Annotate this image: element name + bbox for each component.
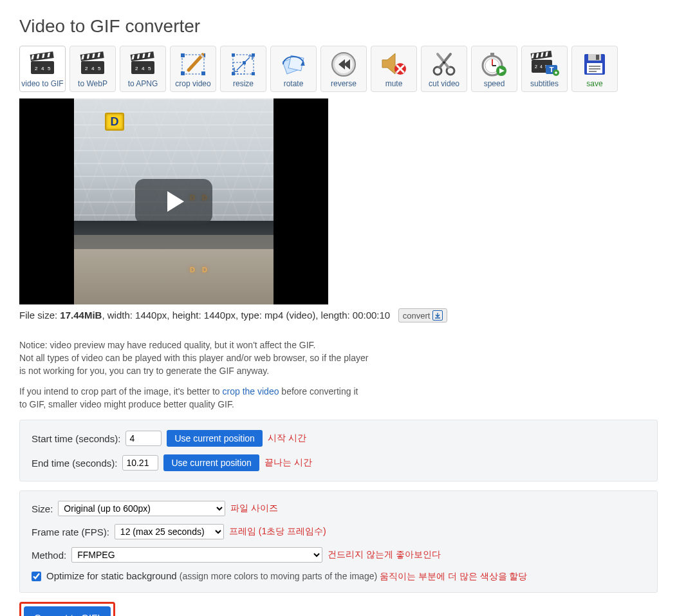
convert-small-button[interactable]: convert [398, 308, 448, 322]
method-label: Method: [32, 550, 66, 561]
svg-rect-68 [589, 68, 600, 70]
download-icon [432, 310, 443, 321]
use-current-start-button[interactable]: Use current position [167, 430, 263, 447]
svg-rect-40 [288, 55, 304, 71]
size-select[interactable]: Original (up to 600px) [58, 501, 225, 516]
svg-rect-65 [596, 55, 599, 60]
tool-label: crop video [175, 79, 210, 88]
notice-text: If you intend to crop part of the image,… [19, 386, 223, 397]
crop-video-link[interactable]: crop the video [223, 386, 279, 397]
notice-line: Not all types of video can be played wit… [19, 351, 658, 364]
notice-line: Notice: video preview may have reduced q… [19, 339, 658, 351]
svg-rect-36 [232, 72, 235, 75]
gate-dd-reflection: D D [190, 266, 210, 274]
tool-label: resize [233, 79, 254, 88]
optimize-checkbox[interactable] [32, 572, 41, 581]
svg-text:5: 5 [98, 66, 101, 71]
svg-text:5: 5 [48, 66, 51, 71]
size-label: Size: [32, 503, 53, 514]
notice-block: Notice: video preview may have reduced q… [19, 339, 658, 411]
options-panel: Size: Original (up to 600px) 파일 사이즈 Fram… [19, 490, 658, 593]
play-button[interactable] [135, 179, 212, 224]
tool-label: speed [484, 79, 505, 88]
tool-reverse[interactable]: reverse [320, 46, 367, 92]
tool-label: reverse [331, 79, 357, 88]
size-note: 파일 사이즈 [230, 503, 278, 514]
gate-sign: D [105, 113, 124, 131]
svg-rect-30 [181, 71, 185, 75]
tool-to-webp[interactable]: 245 to WebP [70, 46, 116, 92]
fps-label: Frame rate (FPS): [32, 527, 109, 537]
video-preview[interactable]: D D D D D [19, 98, 328, 304]
fps-note: 프레임 (1초당 프레임수) [229, 526, 326, 537]
tool-video-to-gif[interactable]: 245 video to GIF [19, 46, 66, 92]
optimize-label: Optimize for static background [46, 570, 180, 581]
svg-rect-34 [232, 53, 235, 57]
optimize-note: 움직이는 부분에 더 많은 색상을 할당 [380, 571, 527, 581]
tool-label: subtitles [530, 79, 559, 88]
tool-save[interactable]: save [571, 46, 618, 92]
tool-crop-video[interactable]: crop video [170, 46, 216, 92]
crop-icon [172, 49, 214, 79]
tool-rotate[interactable]: rotate [270, 46, 317, 92]
tool-cut-video[interactable]: cut video [421, 46, 467, 92]
mute-icon [373, 49, 415, 79]
tool-resize[interactable]: resize [220, 46, 266, 92]
tool-label: to APNG [128, 79, 158, 88]
svg-rect-37 [252, 72, 255, 75]
clapper-subtitle-icon: 245 T [523, 49, 566, 79]
reverse-icon [322, 49, 365, 79]
tool-label: mute [385, 79, 403, 88]
end-time-input[interactable] [122, 455, 158, 471]
clapper-icon: 245 [21, 49, 64, 79]
play-icon [167, 191, 184, 212]
tool-label: rotate [284, 79, 304, 88]
toolbar: 245 video to GIF 245 to WebP 245 to APNG [19, 46, 658, 92]
optimize-paren: (assign more colors to moving parts of t… [180, 571, 380, 581]
svg-rect-69 [589, 71, 597, 72]
fps-select[interactable]: 12 (max 25 seconds) [115, 524, 224, 539]
svg-point-46 [443, 61, 445, 64]
svg-text:5: 5 [148, 66, 151, 71]
file-info: File size: 17.44MiB, width: 1440px, heig… [19, 308, 658, 322]
method-note: 건드리지 않는게 좋아보인다 [328, 549, 441, 561]
convert-to-gif-button[interactable]: Convert to GIF! [24, 606, 111, 616]
start-time-note: 시작 시간 [268, 433, 306, 444]
time-panel: Start time (seconds): Use current positi… [19, 420, 658, 481]
svg-rect-67 [589, 66, 600, 67]
resize-icon [222, 49, 264, 79]
svg-text:2: 2 [135, 66, 138, 71]
tool-subtitles[interactable]: 245 T subtitles [521, 46, 568, 92]
tool-to-apng[interactable]: 245 to APNG [120, 46, 166, 92]
tool-mute[interactable]: mute [371, 46, 417, 92]
clapper-icon: 245 [71, 49, 114, 79]
tool-label: video to GIF [21, 79, 63, 88]
stopwatch-icon [473, 49, 515, 79]
notice-line: If you intend to crop part of the image,… [19, 385, 658, 398]
start-time-input[interactable] [125, 431, 162, 446]
tool-label: cut video [429, 79, 459, 88]
end-time-note: 끝나는 시간 [264, 457, 312, 469]
start-time-label: Start time (seconds): [32, 433, 120, 444]
svg-rect-31 [201, 71, 205, 75]
svg-text:2: 2 [35, 66, 38, 71]
svg-text:4: 4 [142, 66, 145, 71]
file-size-value: 17.44MiB [60, 310, 102, 321]
svg-rect-28 [181, 53, 185, 57]
svg-text:2: 2 [535, 64, 537, 69]
svg-text:4: 4 [91, 66, 95, 71]
svg-text:4: 4 [540, 64, 543, 69]
notice-line: to GIF, smaller video might produce bett… [19, 398, 658, 411]
method-select[interactable]: FFMPEG [71, 547, 322, 563]
convert-highlight: Convert to GIF! [19, 602, 115, 616]
tool-speed[interactable]: speed [471, 46, 517, 92]
convert-small-label: convert [403, 311, 431, 321]
svg-text:4: 4 [41, 66, 44, 71]
scissors-icon [423, 49, 465, 79]
end-time-label: End time (seconds): [32, 458, 117, 469]
use-current-end-button[interactable]: Use current position [163, 454, 259, 471]
svg-text:2: 2 [85, 66, 88, 71]
tool-label: save [586, 79, 602, 88]
notice-text: before converting it [279, 386, 358, 397]
file-size-label: File size: [19, 310, 60, 321]
